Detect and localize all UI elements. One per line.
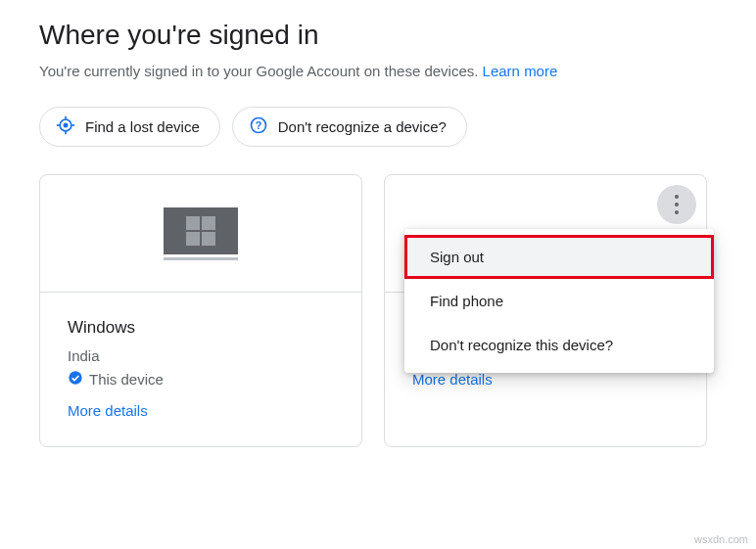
check-icon [68, 370, 83, 389]
page-title: Where you're signed in [39, 20, 717, 51]
more-details-link[interactable]: More details [412, 371, 679, 388]
learn-more-link[interactable]: Learn more [483, 63, 558, 79]
page-subtitle: You're currently signed in to your Googl… [39, 63, 717, 79]
device-name: Windows [68, 318, 334, 338]
device-card-windows: Windows India This device More details [39, 174, 362, 447]
pill-label: Don't recognize a device? [278, 118, 447, 135]
this-device-badge: This device [68, 370, 334, 389]
dont-recognize-device-button[interactable]: ? Don't recognize a device? [232, 107, 467, 147]
more-details-link[interactable]: More details [68, 402, 334, 419]
device-card-phone: India 1 hour ago More details Sign out F… [384, 174, 707, 447]
menu-item-find-phone[interactable]: Find phone [404, 279, 714, 323]
svg-point-1 [64, 123, 69, 128]
menu-item-dont-recognize[interactable]: Don't recognize this device? [404, 323, 714, 367]
windows-icon [40, 175, 361, 293]
svg-point-8 [69, 371, 81, 384]
more-options-button[interactable] [657, 185, 696, 224]
svg-text:?: ? [255, 119, 261, 131]
target-icon [56, 115, 75, 138]
pill-label: Find a lost device [85, 118, 200, 135]
question-icon: ? [249, 115, 268, 138]
device-actions-menu: Sign out Find phone Don't recognize this… [404, 229, 714, 373]
device-location: India [68, 347, 334, 364]
find-lost-device-button[interactable]: Find a lost device [39, 107, 220, 147]
menu-item-sign-out[interactable]: Sign out [404, 235, 714, 279]
more-vertical-icon [675, 195, 679, 214]
